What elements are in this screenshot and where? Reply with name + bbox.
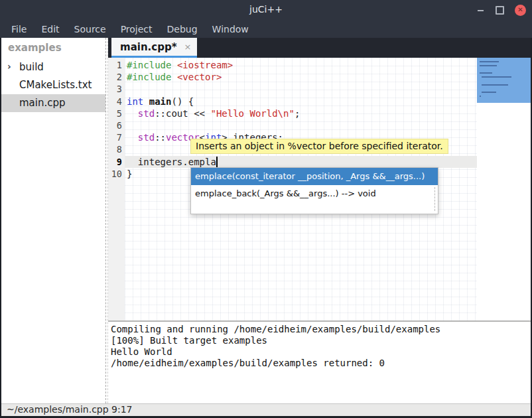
minimap-code-line [480, 96, 481, 97]
tab-main-cpp[interactable]: main.cpp* × [111, 38, 197, 58]
autocomplete-scrollbar[interactable] [434, 187, 435, 211]
code-line[interactable]: std::cout << "Hello World\n"; [127, 107, 477, 119]
line-number: 9 [108, 156, 125, 168]
line-number: 8 [108, 143, 125, 155]
code-token: :: [155, 108, 166, 119]
statusbar: ~/examples/main.cpp 9:17 [1, 403, 531, 416]
code-token [127, 132, 138, 143]
code-line[interactable]: #include <vector> [127, 71, 477, 83]
restore-icon[interactable] [496, 6, 504, 15]
window-controls: ✕ [477, 0, 526, 20]
sidebar-item-label: main.cpp [19, 97, 66, 109]
main-content: examples ›buildCMakeLists.txtmain.cpp ma… [1, 38, 531, 403]
minimap-code-line [482, 76, 511, 78]
code-line[interactable]: #include <iostream> [127, 59, 477, 71]
code-token: int [127, 96, 143, 107]
code-token: integers.empla [127, 157, 216, 167]
menubar: FileEditSourceProjectDebugWindow [0, 20, 532, 38]
tabbar: main.cpp* × [108, 38, 531, 58]
line-number: 1 [108, 59, 125, 71]
menu-item-window[interactable]: Window [205, 22, 256, 36]
code-line[interactable] [127, 119, 477, 131]
line-number-gutter: 12345678910 [108, 58, 125, 320]
code-token: "Hello World\n" [210, 108, 294, 119]
menu-item-project[interactable]: Project [113, 22, 160, 36]
minimap[interactable] [477, 58, 531, 320]
code-token: } [127, 169, 132, 179]
menu-item-source[interactable]: Source [67, 22, 113, 36]
window-title: juCi++ [0, 4, 532, 15]
text-cursor [216, 157, 218, 167]
output-line: [100%] Built target examples [111, 335, 531, 346]
line-number: 6 [108, 119, 125, 131]
code-token [143, 96, 149, 107]
code-token: :: [155, 132, 166, 143]
sidebar-item-main-cpp[interactable]: main.cpp [1, 94, 105, 112]
editor-pane: main.cpp* × 12345678910 #include <iostre… [108, 38, 531, 403]
code-token: <vector> [177, 72, 222, 82]
minimap-code-line [482, 92, 496, 93]
line-number: 3 [108, 83, 125, 95]
code-token [171, 72, 176, 82]
minimize-icon[interactable] [477, 6, 485, 14]
menu-item-edit[interactable]: Edit [34, 22, 66, 36]
line-number: 5 [108, 107, 125, 119]
sidebar-item-label: CMakeLists.txt [19, 79, 92, 91]
minimap-code-line [480, 72, 492, 74]
file-tree-sidebar: examples ›buildCMakeLists.txtmain.cpp [1, 38, 105, 403]
code-token: ; [295, 108, 300, 119]
autocomplete-item[interactable]: emplace(const_iterator __position, _Args… [191, 168, 438, 185]
minimap-code-line [480, 61, 499, 62]
code-token: #include [127, 72, 171, 82]
minimap-code-line [480, 65, 497, 66]
code-line[interactable]: integers.empla [127, 156, 477, 168]
autocomplete-popup: emplace(const_iterator __position, _Args… [190, 167, 438, 214]
code-token [171, 60, 176, 70]
close-icon[interactable]: ✕ [515, 5, 526, 16]
code-token: () { [171, 96, 194, 107]
sidebar-item-build[interactable]: ›build [1, 58, 105, 76]
line-number: 7 [108, 131, 125, 143]
autocomplete-list: emplace(const_iterator __position, _Args… [191, 168, 438, 202]
sidebar-item-label: build [19, 61, 44, 73]
code-token: main [149, 96, 172, 107]
tab-close-icon[interactable]: × [184, 42, 191, 51]
code-line[interactable]: int main() { [127, 96, 477, 107]
doc-tooltip: Inserts an object in %vector before spec… [190, 139, 448, 154]
menu-item-file[interactable]: File [4, 22, 34, 36]
titlebar[interactable]: juCi++ ✕ [0, 0, 532, 20]
code-token: std [138, 108, 155, 119]
file-tree: ›buildCMakeLists.txtmain.cpp [1, 58, 105, 112]
output-line: Hello World [111, 346, 531, 358]
code-token [127, 108, 138, 119]
output-line: Compiling and running /home/eidheim/exam… [111, 324, 531, 335]
menu-item-debug[interactable]: Debug [160, 22, 205, 36]
jucipp-window: juCi++ ✕ FileEditSourceProjectDebugWindo… [0, 0, 532, 418]
tab-label: main.cpp* [120, 41, 176, 53]
output-line: /home/eidheim/examples/build/examples re… [111, 358, 531, 369]
code-token: <iostream> [177, 60, 233, 70]
minimap-code-line [482, 84, 508, 86]
line-number: 4 [108, 96, 125, 107]
sidebar-item-cmakelists-txt[interactable]: CMakeLists.txt [1, 76, 105, 94]
autocomplete-item[interactable]: emplace_back(_Args &&__args...) --> void [191, 185, 438, 202]
code-token: << [188, 108, 211, 119]
chevron-right-icon[interactable]: › [7, 58, 11, 76]
project-name-header: examples [1, 38, 105, 58]
code-token: std [138, 132, 155, 143]
code-token: #include [127, 60, 171, 70]
statusbar-path-position: ~/examples/main.cpp 9:17 [7, 404, 133, 415]
line-number: 2 [108, 71, 125, 83]
minimap-viewport[interactable] [477, 58, 531, 103]
code-line[interactable] [127, 83, 477, 95]
code-token: cout [166, 108, 188, 119]
line-number: 10 [108, 168, 125, 180]
build-output-panel: Compiling and running /home/eidheim/exam… [108, 322, 531, 403]
